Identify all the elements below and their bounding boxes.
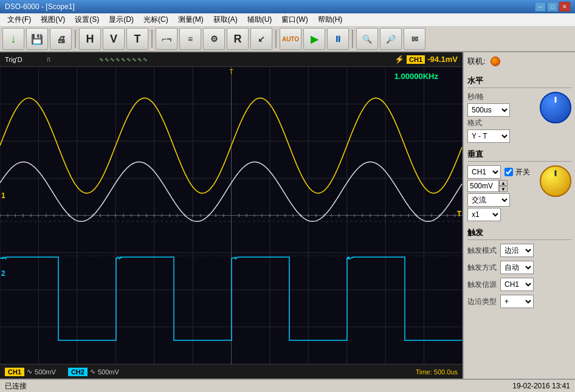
trig-source-select[interactable]: CH1 CH2 外部 [500,278,534,291]
tb-H[interactable]: H [79,28,101,50]
time-info: Time: 500.0us [416,368,458,376]
horizontal-knob-container [540,92,571,123]
tb-auto[interactable]: AUTO [280,28,301,50]
time-per-div-select-row: 500us 1ms 2ms 5ms [467,103,536,117]
trig-mode-label: 触发模式 [467,246,497,256]
tb-open[interactable]: ↓ [2,28,24,50]
window-controls: ─ □ ✕ [535,2,570,12]
channel-switch-row: 开关 [504,167,530,177]
tb-run[interactable]: ▶ [303,28,325,50]
close-button[interactable]: ✕ [559,2,570,12]
horizontal-controls: 秒/格 500us 1ms 2ms 5ms 格式 Y - T [467,92,571,144]
tb-gear[interactable]: ⚙ [203,28,225,50]
menu-cursor[interactable]: 光标(C) [139,13,173,26]
tb-T[interactable]: T [126,28,148,50]
tb-R[interactable]: R [227,28,249,50]
tb-pause[interactable]: ⏸ [327,28,349,50]
menu-settings[interactable]: 设置(S) [70,13,104,26]
format-select[interactable]: Y - T X - Y [467,129,510,143]
channel-switch-checkbox[interactable] [504,168,513,176]
scope-bottom-bar: CH1 ∿ 500mV CH2 ∿ 500mV Time: 500.0us [0,364,463,379]
ch1-info: CH1 ∿ 500mV [5,368,56,376]
menu-window[interactable]: 窗口(W) [277,13,312,26]
trig-edge-select[interactable]: + - [500,295,534,308]
online-indicator [491,57,500,66]
trig-mode-select[interactable]: 边沿 脉冲 视频 [500,244,534,257]
vertical-left: CH1 CH2 开关 ▲ ▼ [467,165,536,222]
minimize-button[interactable]: ─ [535,2,546,12]
volt-spinner-btns: ▲ ▼ [499,180,508,192]
tb-email[interactable]: ✉ [404,28,425,50]
menu-utility[interactable]: 辅助(U) [243,13,277,26]
tb-list[interactable]: ≡ [179,28,201,50]
vertical-knob-container [540,165,571,197]
status-right-text: 19-02-2016 13:41 [512,382,570,390]
menu-help[interactable]: 帮助(H) [313,13,348,26]
trig-type-row: 触发方式 自动 普通 单次 [467,261,571,274]
trigger-wave-preview: ∿∿∿∿∿∿∿∿∿ [99,57,148,63]
probe-row: x1 x10 x100 [467,208,536,221]
menu-measure[interactable]: 测量(M) [173,13,208,26]
knob-indicator-v [555,170,557,176]
vertical-controls: CH1 CH2 开关 ▲ ▼ [467,165,571,222]
ch2-volt-div: 500mV [98,368,119,376]
toolbar-separator-3 [275,30,277,48]
trigger-marker-t: T [229,68,233,75]
tb-arrow[interactable]: ↙ [250,28,272,50]
status-bar: 已连接 19-02-2016 13:41 [0,379,575,392]
channel-select[interactable]: CH1 CH2 [467,165,501,179]
trigger-section-title: 触发 [467,227,571,240]
maximize-button[interactable]: □ [547,2,558,12]
format-label: 格式 [467,118,492,128]
window-title: DSO-6000 - [Scope1] [5,2,535,11]
tb-zoom-in[interactable]: 🔍 [356,28,378,50]
tb-save[interactable]: 💾 [26,28,48,50]
main-area: Trig'D ⎍ ∿∿∿∿∿∿∿∿∿ ⚡ CH1 -94.1mV 1.00000… [0,52,575,379]
horizontal-left: 秒/格 500us 1ms 2ms 5ms 格式 Y - T [467,92,536,144]
ch2-position-marker: 2 [1,269,5,278]
coupling-row: 交流 直流 接地 [467,193,536,207]
menu-view[interactable]: 视图(V) [36,13,70,26]
horizontal-section-title: 水平 [467,75,571,88]
ch1-bottom-label: CH1 [5,368,24,376]
title-bar: DSO-6000 - [Scope1] ─ □ ✕ [0,0,575,13]
waveform-canvas[interactable] [0,67,463,364]
ch1-icon: ⚡ [394,55,404,64]
vertical-knob[interactable] [540,165,571,197]
scope-top-bar: Trig'D ⎍ ∿∿∿∿∿∿∿∿∿ ⚡ CH1 -94.1mV [0,52,463,67]
online-label: 联机: [467,56,486,67]
menu-acquire[interactable]: 获取(A) [208,13,243,26]
tb-V[interactable]: V [103,28,125,50]
volt-down-btn[interactable]: ▼ [499,186,508,192]
tb-zoom-out[interactable]: 🔎 [380,28,402,50]
time-per-div-label: 秒/格 [467,92,492,102]
trig-label: Trig'D [5,56,22,63]
volt-up-btn[interactable]: ▲ [499,180,508,186]
scope-display: Trig'D ⎍ ∿∿∿∿∿∿∿∿∿ ⚡ CH1 -94.1mV 1.00000… [0,52,463,379]
toolbar-separator-1 [75,30,76,48]
knob-indicator-h [555,97,557,103]
format-label-row: 格式 [467,118,536,128]
time-per-div-select[interactable]: 500us 1ms 2ms 5ms [467,103,510,117]
trig-type-select[interactable]: 自动 普通 单次 [500,261,534,274]
horizontal-knob[interactable] [540,92,571,123]
toolbar-separator-4 [352,30,353,48]
coupling-select[interactable]: 交流 直流 接地 [467,193,510,207]
probe-select[interactable]: x1 x10 x100 [467,208,501,221]
channel-switch-label: 开关 [515,167,530,177]
waveform-area[interactable]: 1.00000KHz T 1 2 T [0,67,463,364]
trigger-level-marker: T [457,210,461,218]
tb-print[interactable]: 🖨 [50,28,72,50]
menu-display[interactable]: 显示(D) [104,13,139,26]
trig-type-label: 触发方式 [467,263,497,273]
volt-per-div-row: ▲ ▼ [467,180,536,192]
trig-source-row: 触发信源 CH1 CH2 外部 [467,278,571,291]
menu-file[interactable]: 文件(F) [2,13,36,26]
ch1-position-marker: 1 [1,191,5,200]
volt-per-div-input[interactable] [467,180,499,192]
channel-select-row: CH1 CH2 开关 [467,165,536,179]
volt-spinner: ▲ ▼ [467,180,508,192]
ch2-coupling: ∿ [90,368,95,376]
tb-pulse[interactable]: ⌐¬ [156,28,177,50]
trig-edge-label: 边沿类型 [467,297,497,307]
